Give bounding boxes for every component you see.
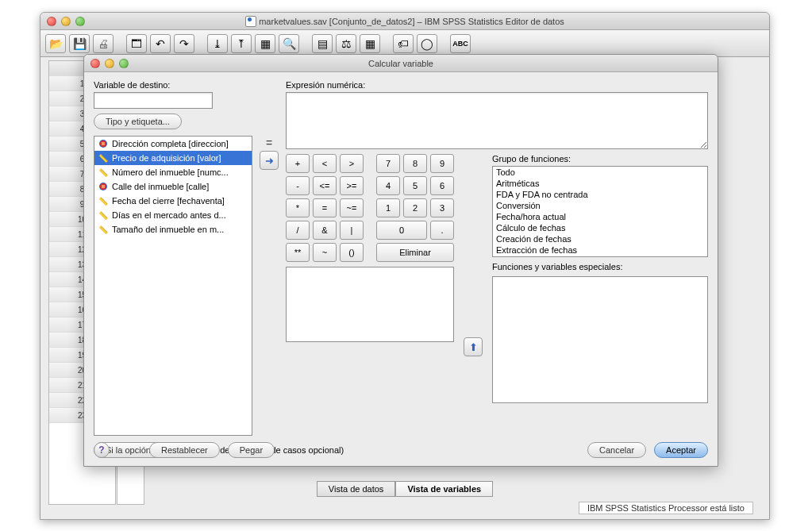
reset-button[interactable]: Restablecer <box>149 442 220 458</box>
variable-list[interactable]: Dirección completa [direccion]📏Precio de… <box>94 136 252 436</box>
document-icon <box>245 16 256 27</box>
keypad-key[interactable]: () <box>340 243 364 262</box>
keypad-key[interactable]: 6 <box>430 176 454 195</box>
variable-item[interactable]: Dirección completa [direccion] <box>94 137 252 151</box>
keypad-key[interactable]: ~= <box>340 198 364 217</box>
minimize-icon[interactable] <box>105 59 114 68</box>
function-group-item[interactable]: FDA y FDA no centrada <box>493 189 707 200</box>
save-button[interactable]: 💾 <box>69 34 90 53</box>
select-icon: ▦ <box>365 37 375 50</box>
tab-variable-view[interactable]: Vista de variables <box>395 481 493 497</box>
variable-item[interactable]: 📏Tamaño del inmueble en m... <box>94 222 252 237</box>
equals-sign: = <box>257 135 281 149</box>
arrow-up-icon: ⬆ <box>469 341 478 353</box>
target-variable-input[interactable] <box>94 92 213 109</box>
recall-button[interactable]: 🗔 <box>126 34 147 53</box>
keypad-key[interactable]: 1 <box>376 198 400 217</box>
keypad-key[interactable]: | <box>340 221 364 240</box>
keypad-key[interactable]: 3 <box>430 198 454 217</box>
redo-button[interactable]: ↷ <box>174 34 194 53</box>
open-button[interactable]: 📂 <box>45 34 66 53</box>
function-group-item[interactable]: Aritméticas <box>493 178 707 189</box>
goto-icon: ⤓ <box>213 37 222 50</box>
goto-case-button[interactable]: ⤓ <box>207 34 228 53</box>
variable-item-label: Calle del inmueble [calle] <box>112 182 209 191</box>
expression-input[interactable] <box>286 92 708 149</box>
split-icon: ▤ <box>317 37 328 50</box>
spellcheck-button[interactable]: ABC <box>450 34 471 53</box>
main-titlebar: marketvalues.sav [Conjunto_de_datos2] – … <box>40 13 769 30</box>
keypad-key[interactable]: 9 <box>430 154 454 173</box>
zoom-icon[interactable] <box>75 17 85 26</box>
insert-function-button[interactable]: ⬆ <box>464 337 483 356</box>
find-button[interactable]: 🔍 <box>279 34 299 53</box>
keypad-key[interactable]: >= <box>340 176 364 195</box>
keypad-key[interactable]: / <box>286 221 310 240</box>
print-button[interactable]: 🖨 <box>93 34 114 53</box>
keypad-key[interactable]: 4 <box>376 176 400 195</box>
keypad-key[interactable]: <= <box>313 176 337 195</box>
undo-icon: ↶ <box>156 37 165 50</box>
keypad-key[interactable]: 7 <box>376 154 400 173</box>
keypad-key[interactable]: > <box>340 154 364 173</box>
ok-button[interactable]: Aceptar <box>654 442 708 458</box>
keypad-key[interactable]: * <box>286 198 310 217</box>
keypad-key[interactable]: - <box>286 176 310 195</box>
scale-icon: 📏 <box>98 152 109 164</box>
abc-icon: ABC <box>452 40 468 48</box>
nominal-icon <box>98 181 109 192</box>
goto-var-button[interactable]: ⤒ <box>231 34 252 53</box>
keypad-key[interactable]: 8 <box>403 154 427 173</box>
keypad-key[interactable]: 2 <box>403 198 427 217</box>
paste-button[interactable]: Pegar <box>228 442 275 458</box>
type-label-button[interactable]: Tipo y etiqueta... <box>94 114 182 129</box>
function-group-item[interactable]: Creación de fechas <box>493 233 707 244</box>
target-variable-label: Variable de destino: <box>94 80 252 90</box>
keypad-key[interactable]: = <box>313 198 337 217</box>
recall-icon: 🗔 <box>131 37 142 50</box>
keypad-delete-button[interactable]: Eliminar <box>376 243 454 262</box>
dialog-titlebar: Calcular variable <box>84 55 718 72</box>
special-functions-list[interactable] <box>492 276 708 403</box>
undo-button[interactable]: ↶ <box>150 34 171 53</box>
keypad-key[interactable]: < <box>313 154 337 173</box>
expression-label: Expresión numérica: <box>286 80 708 90</box>
variable-item[interactable]: 📏Precio de adquisición [valor] <box>94 151 252 165</box>
variables-button[interactable]: ▦ <box>255 34 275 53</box>
weight-button[interactable]: ⚖ <box>336 34 356 53</box>
help-button[interactable]: ? <box>94 442 110 458</box>
variable-item[interactable]: 📏Fecha del cierre [fechaventa] <box>94 194 252 208</box>
tab-data-view[interactable]: Vista de datos <box>317 481 396 497</box>
variable-item[interactable]: 📏Días en el mercado antes d... <box>94 208 252 222</box>
variable-item[interactable]: Calle del inmueble [calle] <box>94 179 252 194</box>
select-button[interactable]: ▦ <box>360 34 380 53</box>
keypad-key[interactable]: . <box>430 221 454 240</box>
variable-item[interactable]: 📏Número del inmueble [numc... <box>94 165 252 179</box>
keypad-key[interactable]: ~ <box>313 243 337 262</box>
zoom-icon[interactable] <box>119 59 129 68</box>
scale-icon: 📏 <box>98 224 109 235</box>
cancel-button[interactable]: Cancelar <box>587 442 646 458</box>
keypad-key[interactable]: + <box>286 154 310 173</box>
keypad-key[interactable]: 0 <box>376 221 427 240</box>
use-sets-button[interactable]: ◯ <box>417 34 437 53</box>
keypad-key[interactable]: & <box>313 221 337 240</box>
variable-item-label: Número del inmueble [numc... <box>112 167 229 177</box>
function-help-area <box>286 267 454 342</box>
value-labels-button[interactable]: 🏷 <box>393 34 414 53</box>
function-group-item[interactable]: Extracción de fechas <box>493 244 707 256</box>
function-group-item[interactable]: Fecha/hora actual <box>493 211 707 222</box>
close-icon[interactable] <box>90 59 100 68</box>
function-group-item[interactable]: Todo <box>493 167 707 178</box>
function-group-item[interactable]: Cálculo de fechas <box>493 222 707 233</box>
main-window-title: marketvalues.sav [Conjunto_de_datos2] – … <box>40 16 769 27</box>
close-icon[interactable] <box>47 17 56 26</box>
split-button[interactable]: ▤ <box>312 34 333 53</box>
keypad-key[interactable]: ** <box>286 243 310 262</box>
keypad-key[interactable]: 5 <box>403 176 427 195</box>
scale-icon: 📏 <box>98 167 109 178</box>
minimize-icon[interactable] <box>61 17 71 26</box>
move-to-expression-button[interactable]: ➜ <box>260 151 279 170</box>
function-group-list[interactable]: TodoAritméticasFDA y FDA no centradaConv… <box>492 166 708 257</box>
function-group-item[interactable]: Conversión <box>493 200 707 211</box>
